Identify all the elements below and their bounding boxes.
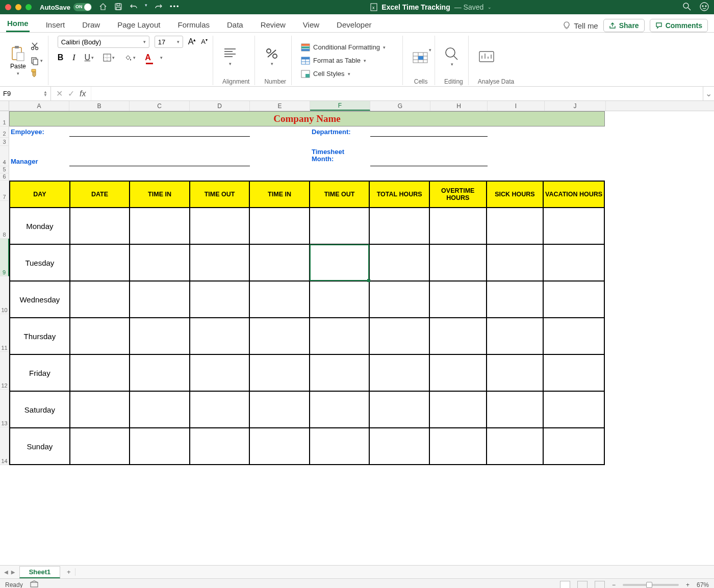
cell[interactable] (130, 318, 190, 354)
row-header-1[interactable]: 1 (0, 111, 9, 126)
cell[interactable] (369, 391, 429, 428)
cell[interactable] (249, 391, 310, 428)
select-all-corner[interactable] (0, 101, 9, 111)
cell[interactable] (487, 391, 544, 428)
cell[interactable] (543, 281, 604, 318)
cell-styles-button[interactable]: Cell Styles▾ (301, 69, 350, 79)
th-sick[interactable]: SICK HOURS (487, 181, 544, 208)
cell[interactable] (488, 146, 545, 166)
fx-icon[interactable]: fx (80, 89, 86, 98)
cell[interactable] (249, 208, 310, 244)
cell[interactable] (543, 428, 604, 465)
ts-month-input-g[interactable] (370, 146, 430, 166)
cell[interactable] (543, 244, 604, 281)
cell[interactable] (249, 281, 310, 318)
cell[interactable] (310, 354, 370, 391)
cell[interactable] (310, 391, 370, 428)
underline-button[interactable]: U▾ (85, 53, 94, 62)
day-cell[interactable]: Tuesday (10, 244, 70, 281)
day-cell[interactable]: Wednesday (10, 281, 70, 318)
decrease-font-icon[interactable]: A▾ (201, 38, 208, 45)
cell[interactable] (190, 391, 250, 428)
alignment-button[interactable]: ▾ (222, 47, 238, 66)
col-header-C[interactable]: C (130, 101, 190, 111)
th-date[interactable]: DATE (70, 181, 130, 208)
row-header-11[interactable]: 11 (0, 314, 9, 352)
manager-input-b[interactable] (69, 146, 130, 166)
sheet-tab[interactable]: Sheet1 (19, 566, 61, 578)
cell[interactable] (190, 244, 250, 281)
timesheet-month-label[interactable]: Timesheet Month: (310, 146, 370, 166)
cell[interactable] (70, 391, 130, 428)
paste-button[interactable]: Paste ▾ (10, 45, 26, 76)
department-label[interactable]: Department: (310, 126, 370, 137)
name-box[interactable]: F9 ▲▼ (0, 87, 51, 100)
col-header-G[interactable]: G (370, 101, 430, 111)
cell[interactable] (369, 318, 429, 354)
copy-icon[interactable]: ▾ (30, 56, 43, 65)
bold-button[interactable]: B (58, 53, 64, 62)
row-header-7[interactable]: 7 (0, 181, 9, 201)
cell[interactable] (70, 354, 130, 391)
col-header-B[interactable]: B (69, 101, 130, 111)
row-header-8[interactable]: 8 (0, 201, 9, 239)
close-window-icon[interactable] (5, 4, 11, 10)
employee-input-d[interactable] (190, 126, 250, 137)
zoom-value[interactable]: 67% (697, 581, 709, 589)
toggle-switch[interactable]: ON (73, 3, 92, 11)
cell[interactable] (429, 428, 487, 465)
employee-label[interactable]: Employee: (9, 126, 69, 137)
page-layout-view-icon[interactable] (577, 581, 588, 589)
col-header-F[interactable]: F (310, 101, 370, 111)
department-input-h[interactable] (430, 126, 488, 137)
cell[interactable] (543, 354, 604, 391)
employee-input-c[interactable] (130, 126, 190, 137)
fill-color-button[interactable]: ▾ (124, 54, 136, 62)
cell[interactable] (543, 208, 604, 244)
th-time-out-1[interactable]: TIME OUT (190, 181, 250, 208)
namebox-spinner[interactable]: ▲▼ (43, 91, 47, 97)
cell[interactable] (70, 428, 130, 465)
borders-button[interactable]: ▾ (103, 54, 115, 62)
autosave-toggle[interactable]: AutoSave ON (40, 3, 92, 11)
cell[interactable] (190, 354, 250, 391)
row-header-6[interactable]: 6 (0, 173, 9, 181)
th-time-in-1[interactable]: TIME IN (130, 181, 190, 208)
day-cell[interactable]: Thursday (10, 318, 70, 354)
cell[interactable] (429, 281, 487, 318)
zoom-slider[interactable] (623, 584, 679, 586)
prev-sheet-icon[interactable]: ◀ (4, 568, 8, 576)
cell[interactable] (545, 126, 606, 137)
worksheet-area[interactable]: A B C D E F G H I J 1 Company Name 2 Emp… (0, 101, 714, 565)
cell[interactable] (70, 318, 130, 354)
italic-button[interactable]: I (72, 53, 75, 62)
cell[interactable] (543, 391, 604, 428)
more-icon[interactable]: ••• (170, 3, 180, 12)
cell[interactable] (249, 244, 310, 281)
share-button[interactable]: Share (603, 19, 645, 32)
tab-formulas[interactable]: Formulas (176, 17, 211, 32)
number-button[interactable]: ▾ (264, 47, 279, 66)
font-name-select[interactable]: Calibri (Body)▾ (58, 36, 149, 48)
analyse-data-button[interactable] (478, 49, 495, 64)
manager-input-d[interactable] (190, 146, 250, 166)
col-header-J[interactable]: J (545, 101, 606, 111)
th-total[interactable]: TOTAL HOURS (369, 181, 429, 208)
cell[interactable] (310, 318, 370, 354)
save-icon[interactable] (114, 3, 122, 12)
conditional-formatting-button[interactable]: Conditional Formatting▾ (301, 42, 386, 53)
row-header-13[interactable]: 13 (0, 390, 9, 427)
title-dropdown-icon[interactable]: ⌄ (488, 5, 492, 10)
cell[interactable] (310, 281, 370, 318)
cell[interactable] (130, 354, 190, 391)
th-vacation[interactable]: VACATION HOURS (543, 181, 604, 208)
cell[interactable] (70, 244, 130, 281)
department-input-g[interactable] (370, 126, 430, 137)
manager-input-c[interactable] (130, 146, 190, 166)
zoom-in-button[interactable]: + (686, 581, 690, 589)
tab-review[interactable]: Review (260, 17, 287, 32)
format-as-table-button[interactable]: Format as Table▾ (301, 56, 366, 66)
cell[interactable] (429, 354, 487, 391)
cell[interactable] (488, 126, 545, 137)
zoom-slider-thumb[interactable] (646, 582, 652, 588)
